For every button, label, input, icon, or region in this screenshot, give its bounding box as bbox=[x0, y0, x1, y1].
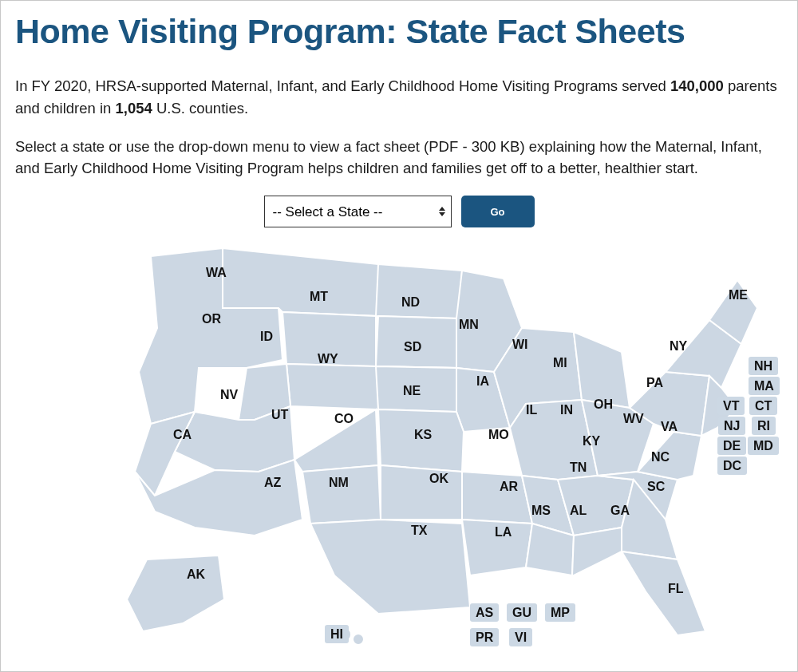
state-id[interactable]: ID bbox=[260, 330, 273, 344]
state-sc[interactable]: SC bbox=[647, 480, 665, 494]
state-ny[interactable]: NY bbox=[670, 339, 687, 354]
state-mt[interactable]: MT bbox=[310, 290, 328, 304]
state-wi[interactable]: WI bbox=[512, 338, 528, 352]
state-ia[interactable]: IA bbox=[476, 374, 489, 389]
stat-parents-children: 140,000 bbox=[670, 77, 724, 94]
intro-suffix: U.S. counties. bbox=[152, 100, 248, 117]
state-ak[interactable]: AK bbox=[187, 567, 205, 582]
chip-de[interactable]: DE bbox=[717, 437, 746, 455]
state-nd[interactable]: ND bbox=[401, 295, 420, 310]
state-la[interactable]: LA bbox=[495, 525, 512, 540]
chip-dc[interactable]: DC bbox=[717, 457, 747, 475]
page-title: Home Visiting Program: State Fact Sheets bbox=[15, 12, 783, 51]
state-select[interactable]: -- Select a State -- bbox=[264, 196, 452, 227]
state-az[interactable]: AZ bbox=[264, 476, 281, 490]
state-il[interactable]: IL bbox=[526, 403, 537, 417]
chip-md[interactable]: MD bbox=[748, 437, 779, 455]
territory-mp[interactable]: MP bbox=[545, 603, 575, 622]
us-map-svg bbox=[15, 232, 781, 655]
svg-point-3 bbox=[353, 634, 364, 645]
state-wa[interactable]: WA bbox=[206, 266, 227, 280]
chip-nj[interactable]: NJ bbox=[718, 417, 745, 435]
state-tn[interactable]: TN bbox=[570, 461, 587, 475]
state-wv[interactable]: WV bbox=[623, 412, 644, 426]
state-va[interactable]: VA bbox=[661, 420, 678, 434]
territory-vi[interactable]: VI bbox=[509, 628, 532, 646]
state-al[interactable]: AL bbox=[570, 504, 587, 518]
state-nv[interactable]: NV bbox=[220, 388, 238, 402]
state-ga[interactable]: GA bbox=[610, 504, 630, 518]
state-mo[interactable]: MO bbox=[488, 428, 509, 442]
controls-row: -- Select a State -- Go bbox=[15, 196, 783, 227]
state-me[interactable]: ME bbox=[729, 288, 748, 302]
intro-paragraph: In FY 2020, HRSA-supported Maternal, Inf… bbox=[15, 75, 783, 120]
state-mn[interactable]: MN bbox=[459, 318, 479, 332]
state-nm[interactable]: NM bbox=[329, 476, 349, 490]
us-map: WA OR CA NV ID MT WY UT AZ CO NM ND SD N… bbox=[15, 232, 783, 663]
state-in[interactable]: IN bbox=[560, 403, 573, 417]
chip-ri[interactable]: RI bbox=[752, 417, 776, 435]
intro-prefix: In FY 2020, HRSA-supported Maternal, Inf… bbox=[15, 77, 670, 94]
chip-ct[interactable]: CT bbox=[749, 397, 777, 415]
state-ne[interactable]: NE bbox=[403, 384, 421, 398]
state-ky[interactable]: KY bbox=[583, 434, 600, 449]
state-fl[interactable]: FL bbox=[668, 582, 684, 596]
stat-counties: 1,054 bbox=[115, 100, 152, 117]
chip-vt[interactable]: VT bbox=[717, 397, 745, 415]
state-hi[interactable]: HI bbox=[325, 625, 349, 643]
state-nc[interactable]: NC bbox=[651, 450, 670, 464]
state-mi[interactable]: MI bbox=[553, 356, 567, 370]
state-ar[interactable]: AR bbox=[500, 480, 518, 494]
state-pa[interactable]: PA bbox=[646, 376, 663, 390]
state-oh[interactable]: OH bbox=[594, 397, 613, 412]
chip-nh[interactable]: NH bbox=[749, 357, 778, 375]
state-or[interactable]: OR bbox=[202, 312, 221, 326]
state-ms[interactable]: MS bbox=[531, 504, 551, 518]
state-ks[interactable]: KS bbox=[414, 428, 432, 442]
state-ut[interactable]: UT bbox=[271, 408, 288, 422]
state-co[interactable]: CO bbox=[334, 412, 354, 426]
territory-gu[interactable]: GU bbox=[507, 603, 537, 622]
chip-ma[interactable]: MA bbox=[749, 377, 780, 395]
instructions: Select a state or use the drop-down menu… bbox=[15, 136, 783, 180]
state-ok[interactable]: OK bbox=[429, 472, 448, 486]
state-select-wrap: -- Select a State -- bbox=[264, 196, 452, 227]
state-sd[interactable]: SD bbox=[404, 340, 421, 354]
state-ca[interactable]: CA bbox=[173, 428, 192, 442]
territory-pr[interactable]: PR bbox=[470, 628, 499, 646]
page: Home Visiting Program: State Fact Sheets… bbox=[0, 0, 798, 672]
go-button[interactable]: Go bbox=[461, 196, 535, 227]
state-tx[interactable]: TX bbox=[411, 524, 427, 538]
territory-as[interactable]: AS bbox=[470, 603, 499, 622]
state-wy[interactable]: WY bbox=[318, 352, 338, 366]
